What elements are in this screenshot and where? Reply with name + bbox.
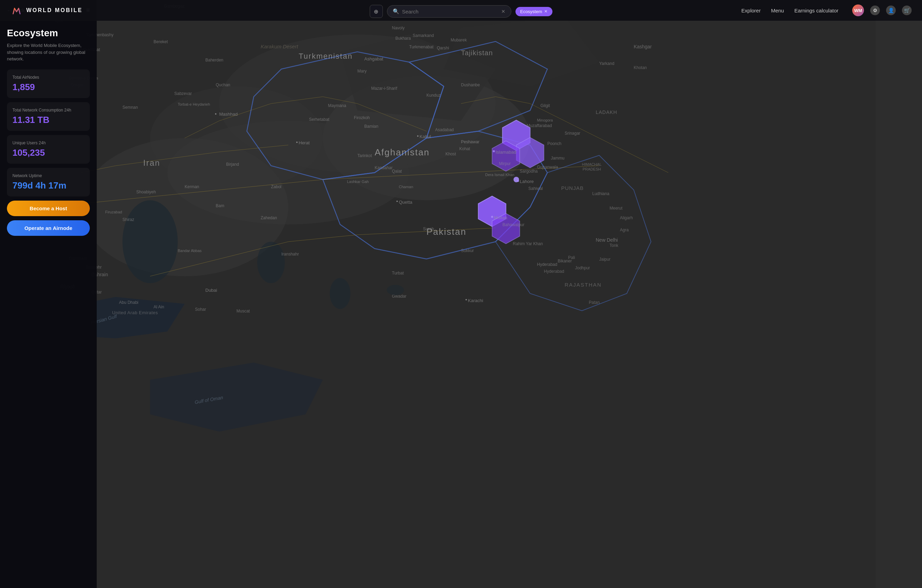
svg-text:Hyderabad: Hyderabad <box>537 262 557 267</box>
svg-text:RAJASTHAN: RAJASTHAN <box>565 282 602 287</box>
svg-text:Asadabad: Asadabad <box>435 127 454 132</box>
ecosystem-tag-close[interactable]: ✕ <box>544 9 548 14</box>
cart-icon[interactable]: 🛒 <box>902 5 912 15</box>
svg-text:Qarshi: Qarshi <box>437 46 449 51</box>
svg-text:Ashgabat: Ashgabat <box>365 56 383 62</box>
nav-link-menu[interactable]: Menu <box>771 8 784 13</box>
svg-text:Kohat: Kohat <box>459 146 471 151</box>
stat-consumption-value: 11.31 TB <box>12 114 84 125</box>
svg-text:Pali: Pali <box>568 255 575 260</box>
svg-text:New Delhi: New Delhi <box>596 237 618 243</box>
svg-text:Kerman: Kerman <box>185 185 199 189</box>
svg-text:LADAKH: LADAKH <box>596 109 617 115</box>
svg-text:PRADESH: PRADESH <box>583 167 601 171</box>
svg-text:Quetta: Quetta <box>399 199 413 205</box>
svg-text:Tarinkot: Tarinkot <box>358 153 373 158</box>
sidebar: ← back ≡ Ecosystem Explore the World Mob… <box>0 0 97 588</box>
operate-airnode-button[interactable]: Operate an Airnode <box>7 220 90 236</box>
stat-card-uptime: Network Uptime 799d 4h 17m <box>7 168 90 196</box>
ecosystem-tag[interactable]: Ecosystem ✕ <box>515 7 553 16</box>
svg-text:Muzaffarabad: Muzaffarabad <box>527 123 552 128</box>
stat-users-label: Unique Users 24h <box>12 140 84 145</box>
stat-airnodes-label: Total AirNodes <box>12 75 84 80</box>
svg-text:Surab: Surab <box>423 227 434 231</box>
svg-text:Mashhad: Mashhad <box>219 111 238 117</box>
svg-text:Jodhpur: Jodhpur <box>575 266 590 270</box>
svg-text:Muscat: Muscat <box>237 309 250 314</box>
logo-text: WORLD MOBILE <box>26 7 83 13</box>
sidebar-description: Explore the World Mobile Ecosystem, show… <box>7 42 90 62</box>
svg-text:Lahore: Lahore <box>520 179 534 184</box>
avatar[interactable]: WM <box>852 5 864 16</box>
svg-text:Zabol: Zabol <box>271 185 281 189</box>
svg-text:United Arab Emirates: United Arab Emirates <box>112 310 158 315</box>
svg-point-33 <box>517 180 519 182</box>
svg-text:Poonch: Poonch <box>548 141 562 146</box>
stat-uptime-value: 799d 4h 17m <box>12 180 84 191</box>
svg-text:Karakum Desert: Karakum Desert <box>261 44 299 49</box>
svg-text:Bereket: Bereket <box>154 39 168 44</box>
svg-point-39 <box>466 299 467 301</box>
svg-text:Serhetabat: Serhetabat <box>309 117 330 122</box>
svg-point-25 <box>215 113 217 114</box>
become-host-button[interactable]: Become a Host <box>7 201 90 216</box>
search-close-icon[interactable]: ✕ <box>501 9 505 14</box>
svg-text:Meerut: Meerut <box>610 206 623 211</box>
stat-airnodes-value: 1,859 <box>12 82 84 93</box>
svg-text:Birjand: Birjand <box>226 162 239 167</box>
nav-link-earnings[interactable]: Earnings calculator <box>794 8 839 13</box>
svg-text:Mazar-i-Sharif: Mazar-i-Sharif <box>371 86 397 91</box>
settings-icon[interactable]: ⚙ <box>870 5 880 15</box>
svg-text:Semnan: Semnan <box>123 105 138 110</box>
user-icon[interactable]: 👤 <box>886 5 896 15</box>
search-input[interactable] <box>402 9 499 15</box>
svg-text:Lashkar Gah: Lashkar Gah <box>347 180 369 184</box>
search-area: ⊕ 🔍 ✕ Ecosystem ✕ <box>369 5 553 18</box>
svg-point-35 <box>397 201 398 202</box>
svg-text:Bukhara: Bukhara <box>396 36 411 41</box>
svg-text:Kunduz: Kunduz <box>427 93 441 98</box>
svg-text:Karachi: Karachi <box>468 298 483 303</box>
svg-text:Maymana: Maymana <box>328 103 347 108</box>
stat-card-network-consumption: Total Network Consumption 24h 11.31 TB <box>7 102 90 131</box>
stat-consumption-label: Total Network Consumption 24h <box>12 108 84 113</box>
svg-text:PUNJAB: PUNJAB <box>561 185 584 191</box>
svg-point-9 <box>257 242 285 283</box>
svg-text:HIMACHAL: HIMACHAL <box>582 162 602 167</box>
svg-text:Sukkur: Sukkur <box>461 248 474 253</box>
svg-point-10 <box>330 278 351 309</box>
svg-text:Tonk: Tonk <box>610 243 619 248</box>
svg-text:Kabul: Kabul <box>420 134 431 139</box>
svg-text:Chaman: Chaman <box>399 185 414 189</box>
svg-text:Rahim Yar Khan: Rahim Yar Khan <box>513 241 543 246</box>
location-button[interactable]: ⊕ <box>369 5 383 18</box>
svg-point-29 <box>417 136 418 137</box>
svg-text:Firuzabad: Firuzabad <box>105 210 122 214</box>
sidebar-title: Ecosystem <box>7 28 90 39</box>
svg-point-31 <box>493 150 495 152</box>
svg-text:Minogora: Minogora <box>537 118 553 122</box>
svg-text:Herat: Herat <box>299 140 310 145</box>
sidebar-content: Ecosystem Explore the World Mobile Ecosy… <box>0 21 97 588</box>
stat-uptime-label: Network Uptime <box>12 173 84 178</box>
svg-text:Bandar Abbas: Bandar Abbas <box>178 248 202 253</box>
svg-text:Firozkoh: Firozkoh <box>354 115 370 120</box>
svg-text:Mubarek: Mubarek <box>451 38 468 42</box>
svg-text:Iran: Iran <box>143 158 160 167</box>
nav-link-explorer[interactable]: Explorer <box>741 8 761 13</box>
stat-card-unique-users: Unique Users 24h 105,235 <box>7 135 90 164</box>
svg-text:Quchan: Quchan <box>216 83 230 87</box>
svg-text:Mary: Mary <box>358 69 367 74</box>
svg-point-37 <box>491 216 493 218</box>
svg-text:Yarkand: Yarkand <box>599 61 615 66</box>
svg-text:Bahawalpur: Bahawalpur <box>503 222 525 227</box>
map-container[interactable]: Turkmenistan Afghanistan Pakistan Iran T… <box>0 0 922 588</box>
svg-text:Khotan: Khotan <box>634 65 647 70</box>
svg-text:Aligarh: Aligarh <box>620 216 633 220</box>
svg-text:Iranshahr: Iranshahr <box>281 252 299 256</box>
svg-text:Sabzevar: Sabzevar <box>175 91 192 96</box>
svg-text:Torbat-e Heydarieh: Torbat-e Heydarieh <box>178 102 210 106</box>
svg-text:Multan: Multan <box>494 215 507 220</box>
svg-text:Turbat: Turbat <box>392 271 404 276</box>
svg-text:Turkmenabat: Turkmenabat <box>409 44 434 49</box>
